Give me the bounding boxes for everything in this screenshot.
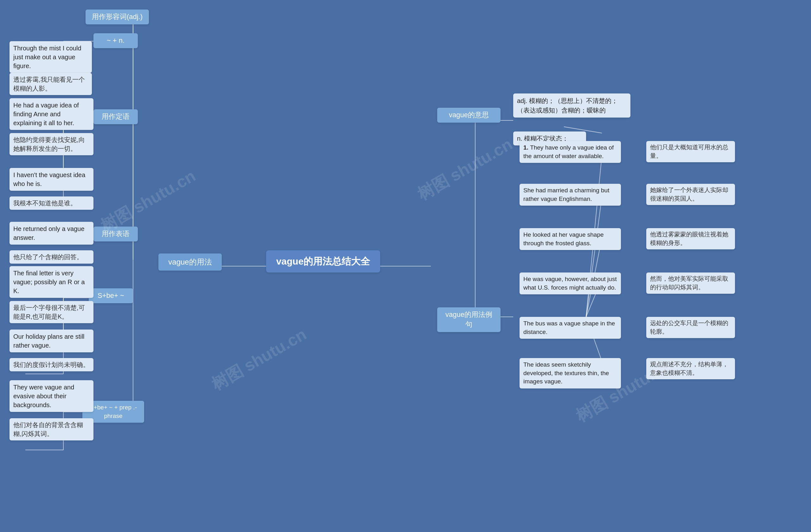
example-4-en: He returned only a vague answer. (10, 222, 93, 245)
sent-cn-5: 远处的公交车只是一个模糊的轮廓。 (646, 317, 735, 338)
sent-cn-3-text: 他透过雾蒙蒙的眼镜注视着她模糊的身形。 (650, 231, 728, 246)
sent-ex-1: 1. They have only a vague idea of the am… (520, 141, 621, 163)
vague-sentence-node: vague的用法例句 (437, 307, 501, 332)
vague-sentence-label: vague的用法例句 (445, 310, 492, 328)
vague-meaning-label: vague的意思 (449, 111, 489, 119)
sent-ex-2: She had married a charming but rather va… (520, 184, 621, 206)
example-2-cn: 他隐约觉得要去找安妮,向她解释所发生的一切。 (10, 133, 93, 155)
watermark-1-text: 树图 shutu.cn (97, 166, 198, 235)
center-node: vague的用法总结大全 (266, 250, 380, 273)
example-1-cn: 透过雾霭,我只能看见一个模糊的人影。 (10, 73, 92, 95)
center-title: vague的用法总结大全 (276, 256, 370, 267)
example-5-en-text: The final letter is very vague; possibly… (13, 270, 85, 294)
example-7-cn-text: 他们对各自的背景含含糊糊,闪烁其词。 (13, 422, 83, 437)
example-4-en-text: He returned only a vague answer. (13, 225, 85, 241)
usage-pred-text: 用作表语 (102, 230, 129, 238)
example-3-cn-text: 我根本不知道他是谁。 (13, 200, 77, 207)
example-3-en-text: I haven't the vaguest idea who he is. (13, 171, 85, 187)
example-5-cn: 最后一个字母很不清楚,可能是R,也可能是K。 (10, 301, 93, 323)
sent-cn-4: 然而，他对美军实际可能采取的行动却闪烁其词。 (646, 273, 735, 294)
sent-ex-5-text: The bus was a vague shape in the distanc… (523, 320, 615, 335)
example-6-en: Our holiday plans are still rather vague… (10, 330, 93, 352)
watermark-2-text: 树图 shutu.cn (208, 325, 309, 394)
svg-line-50 (586, 196, 602, 317)
example-1-en-text: Through the mist I could just make out a… (13, 45, 81, 70)
example-2-cn-text: 他隐约觉得要去找安妮,向她解释所发生的一切。 (13, 136, 85, 152)
sent-ex-4: He was vague, however, about just what U… (520, 273, 621, 294)
sent-ex-4-text: He was vague, however, about just what U… (523, 276, 617, 291)
sent-ex-3-text: He looked at her vague shape through the… (523, 231, 604, 246)
example-2-en: He had a vague idea of finding Anne and … (10, 98, 93, 130)
example-3-en: I haven't the vaguest idea who he is. (10, 168, 93, 191)
sent-ex-5: The bus was a vague shape in the distanc… (520, 317, 621, 339)
example-1-en: Through the mist I could just make out a… (10, 41, 92, 73)
sent-cn-1-text: 他们只是大概知道可用水的总量。 (650, 144, 728, 159)
sent-ex-1-num: 1. (523, 144, 530, 151)
example-7-cn: 他们对各自的背景含含糊糊,闪烁其词。 (10, 418, 93, 440)
meaning-adj-node: adj. 模糊的；（思想上）不清楚的；（表达或感知）含糊的；暧昧的 (513, 93, 630, 118)
example-6-cn-text: 我们的度假计划尚未明确。 (13, 361, 89, 368)
sent-cn-4-text: 然而，他对美军实际可能采取的行动却闪烁其词。 (650, 275, 728, 291)
sent-cn-3: 他透过雾蒙蒙的眼镜注视着她模糊的身形。 (646, 228, 735, 249)
example-5-en: The final letter is very vague; possibly… (10, 266, 93, 298)
watermark-3: 树图 shutu.cn (413, 133, 516, 206)
example-1-cn-text: 透过雾霭,我只能看见一个模糊的人影。 (13, 76, 85, 92)
vague-meaning-node: vague的意思 (437, 108, 501, 123)
example-2-en-text: He had a vague idea of finding Anne and … (13, 102, 79, 126)
vague-usage-label: vague的用法 (168, 258, 212, 266)
sent-cn-2-text: 她嫁给了一个外表迷人实际却很迷糊的英国人。 (650, 187, 728, 202)
sent-cn-1: 他们只是大概知道可用水的总量。 (646, 141, 735, 162)
sent-ex-6-text: The ideas seem sketchily developed, the … (523, 361, 609, 385)
usage-sbe-label: S+be+ ~ (89, 288, 133, 303)
example-7-en: They were vague and evasive about their … (10, 380, 93, 412)
example-3-cn: 我根本不知道他是谁。 (10, 196, 93, 210)
example-6-en-text: Our holiday plans are still rather vague… (13, 333, 85, 349)
connection-lines (0, 0, 811, 532)
watermark-2: 树图 shutu.cn (208, 323, 310, 396)
usage-n-label: ~ + n. (93, 33, 138, 48)
example-5-cn-text: 最后一个字母很不清楚,可能是R,也可能是K。 (13, 304, 85, 320)
sent-ex-3: He looked at her vague shape through the… (520, 228, 621, 250)
sent-cn-5-text: 远处的公交车只是一个模糊的轮廓。 (650, 320, 728, 335)
usage-pred-label: 用作表语 (93, 227, 138, 241)
sent-ex-6: The ideas seem sketchily developed, the … (520, 358, 621, 389)
example-4-cn: 他只给了个含糊的回答。 (10, 250, 93, 264)
sent-ex-2-text: She had married a charming but rather va… (523, 187, 609, 202)
usage-adj-label: 用作形容词(adj.) (86, 10, 149, 25)
usage-adj-text: 用作形容词(adj.) (92, 13, 142, 20)
sent-cn-6-text: 观点阐述不充分，结构单薄，意象也模糊不清。 (650, 361, 728, 376)
example-4-cn-text: 他只给了个含糊的回答。 (13, 254, 83, 260)
meaning-adj-text: adj. 模糊的；（思想上）不清楚的；（表达或感知）含糊的；暧昧的 (517, 97, 618, 114)
watermark-3-text: 树图 shutu.cn (414, 135, 515, 204)
vague-usage-node: vague的用法 (158, 254, 222, 271)
usage-prep-text: S+be+ ~ + prep .-phrase (90, 404, 137, 419)
example-6-cn: 我们的度假计划尚未明确。 (10, 358, 93, 371)
usage-sbe-text: S+be+ ~ (97, 291, 124, 300)
sent-cn-2: 她嫁给了一个外表迷人实际却很迷糊的英国人。 (646, 184, 735, 205)
usage-attr-label: 用作定语 (93, 109, 138, 124)
usage-attr-text: 用作定语 (102, 112, 129, 120)
sent-ex-1-text: They have only a vague idea of the amoun… (523, 144, 614, 159)
example-7-en-text: They were vague and evasive about their … (13, 384, 74, 408)
sent-cn-6: 观点阐述不充分，结构单薄，意象也模糊不清。 (646, 358, 735, 379)
usage-n-text: ~ + n. (107, 36, 124, 44)
mindmap-container: vague的用法总结大全 vague的用法 用作形容词(adj.) ~ + n.… (0, 0, 811, 532)
